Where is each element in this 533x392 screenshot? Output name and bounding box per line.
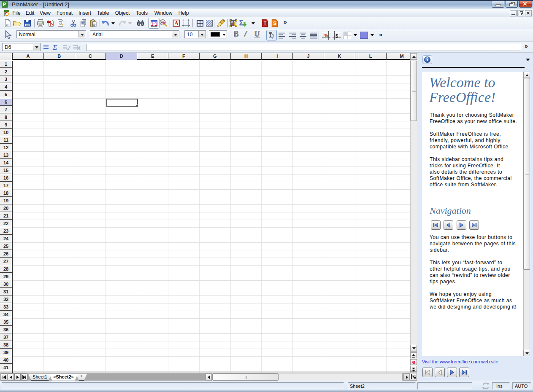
svg-text:%: % xyxy=(161,20,165,25)
svg-text:Σ: Σ xyxy=(52,43,57,51)
svg-text:1:1: 1:1 xyxy=(151,21,157,27)
svg-text:Σ: Σ xyxy=(239,19,244,27)
svg-text:T: T xyxy=(264,21,267,26)
svg-text:$: $ xyxy=(335,33,338,38)
svg-text:S: S xyxy=(273,21,276,26)
svg-text:P: P xyxy=(3,2,6,7)
svg-text:%: % xyxy=(325,33,328,38)
svg-text:A: A xyxy=(174,20,179,27)
